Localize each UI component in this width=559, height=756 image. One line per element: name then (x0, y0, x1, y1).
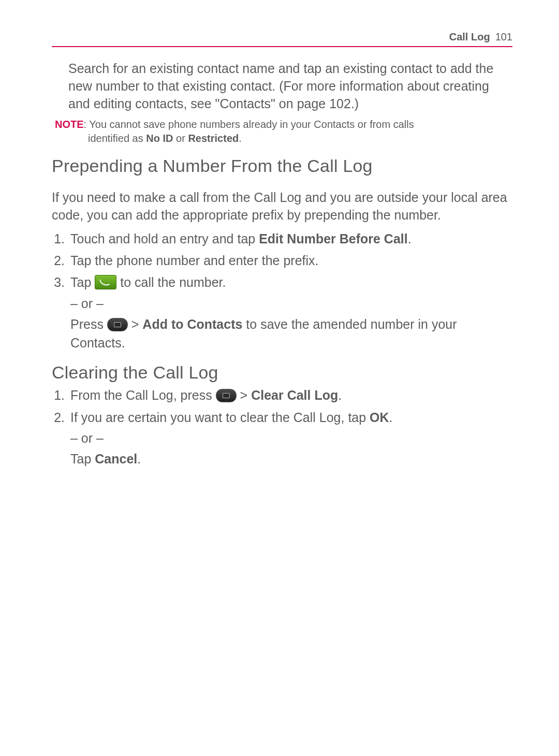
clear2-suffix: . (389, 410, 393, 425)
clear-tap-cancel: Tap Cancel. (70, 449, 512, 468)
note-line1: : You cannot save phone numbers already … (84, 119, 414, 130)
clear1-gt: > (237, 388, 252, 402)
prepend-steps: Touch and hold an entry and tap Edit Num… (68, 229, 512, 353)
step3-or: – or – (70, 294, 512, 313)
note-period: . (239, 133, 242, 144)
add-to-contacts: Add to Contacts (142, 317, 242, 331)
step1-bold: Edit Number Before Call (259, 231, 408, 246)
note-label: NOTE (55, 119, 84, 130)
step1-suffix: . (408, 231, 411, 246)
clear1-prefix: From the Call Log, press (70, 388, 216, 402)
page-number: 101 (495, 31, 512, 43)
clear1-suffix: . (338, 388, 342, 402)
clear-steps: From the Call Log, press > Clear Call Lo… (68, 386, 512, 468)
manual-page: Call Log 101 Search for an existing cont… (0, 0, 559, 756)
note-noid: No ID (146, 133, 173, 144)
call-icon (95, 275, 116, 289)
tap-prefix: Tap (70, 452, 95, 466)
note-line2-prefix: identified as (88, 133, 146, 144)
note-line2: identified as No ID or Restricted. (88, 132, 512, 146)
ok-label: OK (370, 410, 389, 425)
prepend-intro: If you need to make a call from the Call… (52, 189, 512, 224)
press-prefix: Press (70, 317, 107, 331)
clear-step-2: If you are certain you want to clear the… (68, 408, 512, 469)
note-restricted: Restricted (188, 133, 239, 144)
heading-prepending: Prepending a Number From the Call Log (52, 156, 512, 176)
step3-suffix: to call the number. (116, 275, 226, 289)
menu-icon (216, 389, 237, 402)
clear-call-log: Clear Call Log (251, 388, 338, 402)
page-header: Call Log 101 (52, 31, 512, 47)
press-gt: > (128, 317, 143, 331)
clear-or: – or – (70, 429, 512, 447)
intro-paragraph: Search for an existing contact name and … (68, 60, 512, 112)
clear2-prefix: If you are certain you want to clear the… (70, 410, 370, 425)
note-block: NOTE: You cannot save phone numbers alre… (55, 118, 512, 146)
prepend-step-3: Tap to call the number. – or – Press > A… (68, 273, 512, 352)
menu-icon (107, 318, 128, 331)
step3-prefix: Tap (70, 275, 95, 289)
note-or: or (173, 133, 188, 144)
step3-press: Press > Add to Contacts to save the amen… (70, 315, 512, 353)
header-section-title: Call Log (449, 31, 490, 43)
clear-step-1: From the Call Log, press > Clear Call Lo… (68, 386, 512, 404)
prepend-step-1: Touch and hold an entry and tap Edit Num… (68, 229, 512, 248)
tap-suffix: . (137, 452, 141, 466)
step1-prefix: Touch and hold an entry and tap (70, 231, 259, 246)
cancel-label: Cancel (95, 452, 137, 466)
heading-clearing: Clearing the Call Log (52, 362, 512, 383)
prepend-step-2: Tap the phone number and enter the prefi… (68, 251, 512, 270)
